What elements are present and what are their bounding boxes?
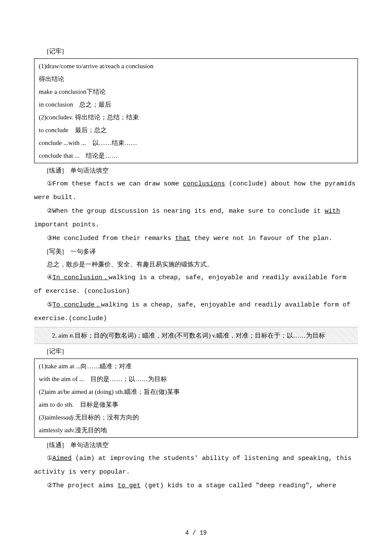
box-line: conclude that ... 结论是…… [39, 149, 353, 162]
box-line: conclude ...with ... 以……结束…… [39, 136, 353, 149]
remember-label-2: [记牢] [34, 345, 358, 358]
sentence-2: ②When the group discussion is nearing it… [34, 204, 358, 231]
answer-underline: that [175, 235, 190, 242]
practice-label-1: [练通] 单句语法填空 [34, 164, 358, 177]
answer-underline: to get [118, 482, 141, 489]
text: ③He concluded from their remarks [47, 235, 175, 242]
text: they were not in favour of the plan. [190, 235, 332, 242]
box-line: (2)aim at/be aimed at (doing) sth.瞄准；旨在(… [39, 385, 353, 398]
box-line: 得出结论 [39, 72, 353, 85]
vocab-box-conclusion: (1)draw/come to/arrive at/reach a conclu… [34, 58, 358, 163]
text: ①From these facts we can draw some [47, 180, 183, 188]
sentence-1: ①From these facts we can draw some concl… [34, 177, 358, 204]
remember-label-1: [记牢] [34, 45, 358, 58]
box-line: in conclusion 总之；最后 [39, 98, 353, 111]
text: ②The project aims [47, 482, 118, 489]
text: (aim) at improving the students' ability… [34, 455, 352, 476]
box-line: (3)aimlessadj.无目标的；没有方向的 [39, 411, 353, 424]
text: ②When the group discussion is nearing it… [47, 208, 325, 215]
answer-underline: with [325, 208, 340, 215]
answer-underline: conclusions [183, 180, 225, 188]
italic-text: n. [69, 332, 74, 339]
box-line: (2)concludev. 得出结论；总结；结束 [39, 111, 353, 124]
italic-text: v. [212, 332, 216, 339]
text: (2)conclude [39, 114, 69, 121]
sentence-4: ④In conclusion，walking is a cheap, safe,… [34, 271, 358, 298]
page-number: 4 / 19 [0, 527, 392, 539]
sentence-6: ①Aimed (aim) at improving the students' … [34, 451, 358, 479]
italic-text: v. [69, 114, 73, 121]
text: 2. aim [52, 332, 69, 339]
answer-underline: In conclusion， [52, 274, 109, 281]
text: ① [47, 455, 52, 462]
text: 目标；目的(可数名词)；瞄准，对准(不可数名词) [75, 332, 213, 339]
vocab-box-aim: (1)take aim at ...向……瞄准；对准 with the aim … [34, 358, 358, 438]
text: ④ [47, 274, 52, 281]
box-line: to conclude 最后；总之 [39, 124, 353, 136]
text: aimlessly [39, 427, 64, 434]
text: (get) kids to a stage called "deep readi… [141, 482, 336, 489]
italic-text: adj. [65, 414, 75, 421]
write-label: [写美] 一句多译 [34, 245, 358, 258]
document-page: [记牢] (1)draw/come to/arrive at/reach a c… [0, 0, 392, 555]
translation-prompt: 总之，散步是一种廉价、安全、有趣且易实施的锻炼方式。 [34, 258, 358, 271]
vocab-header-aim: 2. aim n.目标；目的(可数名词)；瞄准，对准(不可数名词) v.瞄准，对… [34, 327, 358, 344]
text: ⑤ [47, 301, 52, 309]
practice-label-2: [练通] 单句语法填空 [34, 439, 358, 451]
answer-underline: To conclude， [52, 301, 101, 309]
italic-text: adv. [64, 427, 75, 434]
box-line: make a conclusion下结论 [39, 85, 353, 98]
text: 瞄准，对准；目标在于；以……为目标 [216, 332, 325, 339]
sentence-3: ③He concluded from their remarks that th… [34, 231, 358, 245]
box-line: (1)take aim at ...向……瞄准；对准 [39, 360, 353, 373]
sentence-5: ⑤To conclude，walking is a cheap, safe, e… [34, 298, 358, 325]
box-line: (1)draw/come to/arrive at/reach a conclu… [39, 60, 353, 72]
box-line: with the aim of ... 目的是……；以……为目标 [39, 373, 353, 385]
answer-underline: Aimed [52, 455, 72, 462]
text: (3)aimless [39, 414, 65, 421]
box-line: aimlessly adv.漫无目的地 [39, 424, 353, 436]
text: 漫无目的地 [75, 427, 107, 434]
sentence-7: ②The project aims to get (get) kids to a… [34, 479, 358, 492]
text: 得出结论；总结；结束 [73, 114, 139, 121]
text: 无目标的；没有方向的 [75, 414, 139, 421]
text: important points. [34, 221, 99, 228]
box-line: aim to do sth. 目标是做某事 [39, 398, 353, 411]
